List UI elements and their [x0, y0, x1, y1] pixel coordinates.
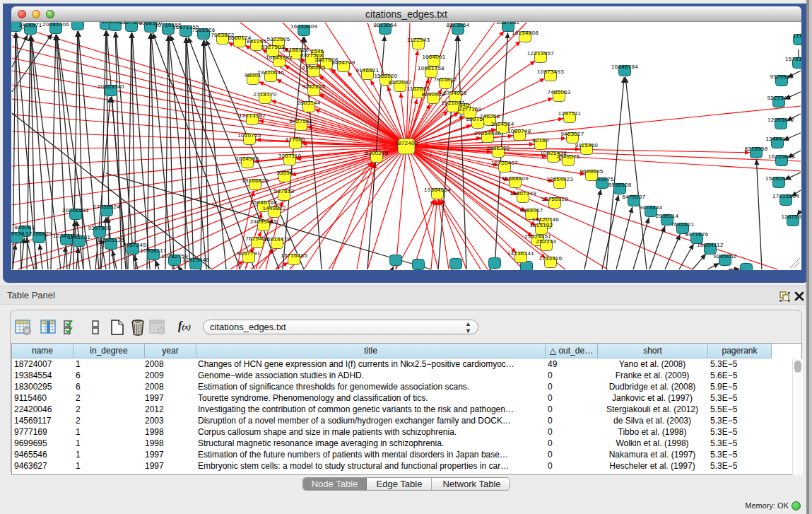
svg-text:417006: 417006 — [286, 136, 306, 143]
svg-text:1733426: 1733426 — [539, 255, 562, 262]
svg-text:7485063: 7485063 — [547, 89, 570, 95]
svg-text:9457791: 9457791 — [237, 250, 260, 257]
svg-text:16210643: 16210643 — [768, 153, 795, 160]
svg-text:2935114: 2935114 — [656, 213, 679, 219]
svg-text:20691406: 20691406 — [42, 22, 69, 28]
svg-text:15720407: 15720407 — [491, 160, 518, 166]
svg-text:8813054: 8813054 — [373, 22, 396, 28]
svg-text:5322605: 5322605 — [266, 36, 290, 42]
svg-text:9084067: 9084067 — [519, 207, 543, 214]
svg-text:1297511: 1297511 — [558, 110, 582, 117]
svg-text:9245052: 9245052 — [713, 253, 736, 259]
svg-text:62160: 62160 — [532, 137, 549, 144]
svg-text:16154808: 16154808 — [512, 30, 539, 36]
svg-text:1145131: 1145131 — [68, 234, 91, 240]
svg-text:9463627: 9463627 — [560, 131, 584, 137]
svg-text:1244415: 1244415 — [765, 136, 789, 142]
svg-text:14136141: 14136141 — [507, 250, 534, 257]
svg-text:1549575: 1549575 — [556, 153, 579, 160]
svg-text:19384554: 19384554 — [424, 187, 451, 193]
svg-text:9242845: 9242845 — [302, 83, 325, 90]
svg-text:587833: 587833 — [274, 188, 295, 194]
svg-text:1267533: 1267533 — [781, 214, 801, 220]
svg-text:6479197: 6479197 — [622, 194, 645, 200]
svg-text:1122543: 1122543 — [407, 37, 430, 43]
svg-text:1654985: 1654985 — [235, 156, 259, 162]
svg-text:1080748: 1080748 — [507, 128, 531, 134]
svg-text:16648784: 16648784 — [611, 64, 638, 70]
svg-text:15751074: 15751074 — [785, 56, 801, 62]
svg-text:20053340: 20053340 — [98, 83, 124, 90]
svg-text:6756685: 6756685 — [302, 64, 325, 71]
svg-text:8813054: 8813054 — [446, 22, 469, 28]
svg-text:1112: 1112 — [793, 33, 801, 39]
svg-text:1449822: 1449822 — [262, 205, 286, 211]
svg-text:9777169: 9777169 — [458, 106, 481, 112]
svg-text:10688609: 10688609 — [502, 175, 529, 182]
svg-text:16033809: 16033809 — [290, 23, 317, 30]
svg-text:18807249: 18807249 — [510, 190, 536, 197]
svg-text:845061: 845061 — [15, 224, 35, 230]
svg-text:7632621: 7632621 — [671, 221, 694, 228]
svg-text:9227342: 9227342 — [767, 95, 790, 101]
svg-text:13654923: 13654923 — [546, 176, 573, 182]
svg-text:8300275: 8300275 — [365, 150, 388, 156]
svg-text:10961758: 10961758 — [418, 65, 445, 71]
svg-text:19166825: 19166825 — [242, 177, 269, 184]
svg-text:9327503: 9327503 — [261, 44, 284, 50]
svg-text:8215958: 8215958 — [744, 146, 767, 152]
svg-text:1664091: 1664091 — [422, 54, 445, 60]
svg-text:13716485: 13716485 — [281, 252, 307, 259]
svg-text:1615132: 1615132 — [529, 222, 553, 228]
svg-text:24099485: 24099485 — [250, 218, 277, 225]
svg-text:20364486: 20364486 — [474, 130, 501, 136]
svg-text:9474444: 9474444 — [639, 204, 662, 211]
svg-text:7886322: 7886322 — [486, 145, 510, 151]
svg-text:16914479: 16914479 — [264, 236, 290, 243]
svg-text:10973493: 10973493 — [537, 69, 564, 75]
svg-text:17359924: 17359924 — [93, 204, 120, 210]
svg-text:1405571: 1405571 — [18, 22, 42, 28]
svg-text:2803144: 2803144 — [297, 100, 320, 106]
svg-text:2718170: 2718170 — [253, 91, 276, 98]
svg-text:9115460: 9115460 — [575, 142, 599, 148]
svg-text:8322037: 8322037 — [388, 79, 411, 86]
svg-text:10654112: 10654112 — [697, 242, 724, 248]
svg-text:8990448: 8990448 — [421, 91, 445, 98]
svg-text:1588520: 1588520 — [374, 73, 397, 79]
svg-text:12093872: 12093872 — [767, 117, 794, 123]
svg-text:9397588: 9397588 — [88, 225, 111, 231]
svg-text:98901: 98901 — [245, 72, 261, 78]
svg-text:8471676: 8471676 — [685, 231, 708, 238]
svg-text:12923448: 12923448 — [182, 257, 209, 263]
svg-text:15692971: 15692971 — [765, 175, 792, 182]
svg-text:746266: 746266 — [480, 113, 500, 119]
svg-text:2087682: 2087682 — [496, 22, 519, 25]
svg-text:3267110: 3267110 — [278, 153, 302, 159]
svg-text:8427552: 8427552 — [289, 118, 312, 124]
svg-text:7955812: 7955812 — [433, 76, 457, 83]
svg-text:1010755: 1010755 — [237, 132, 261, 139]
svg-text:9329966: 9329966 — [770, 74, 793, 80]
svg-text:12213382: 12213382 — [239, 112, 266, 119]
svg-text:39134: 39134 — [11, 230, 25, 237]
svg-text:252234: 252234 — [536, 238, 557, 245]
svg-text:12213957: 12213957 — [527, 50, 554, 57]
svg-text:17016504: 17016504 — [772, 193, 799, 199]
svg-text:12156829: 12156829 — [25, 230, 52, 237]
svg-text:53594: 53594 — [276, 170, 293, 176]
svg-text:20206531: 20206531 — [62, 207, 89, 214]
svg-text:10756928: 10756928 — [541, 196, 568, 202]
svg-text:1872400: 1872400 — [394, 140, 418, 146]
svg-text:8938928: 8938928 — [608, 182, 631, 188]
svg-text:9699695: 9699695 — [579, 168, 603, 175]
svg-text:10543382: 10543382 — [266, 54, 293, 61]
svg-text:6794028: 6794028 — [443, 90, 466, 96]
svg-text:3024554: 3024554 — [490, 121, 514, 127]
svg-text:8454749: 8454749 — [331, 59, 355, 66]
